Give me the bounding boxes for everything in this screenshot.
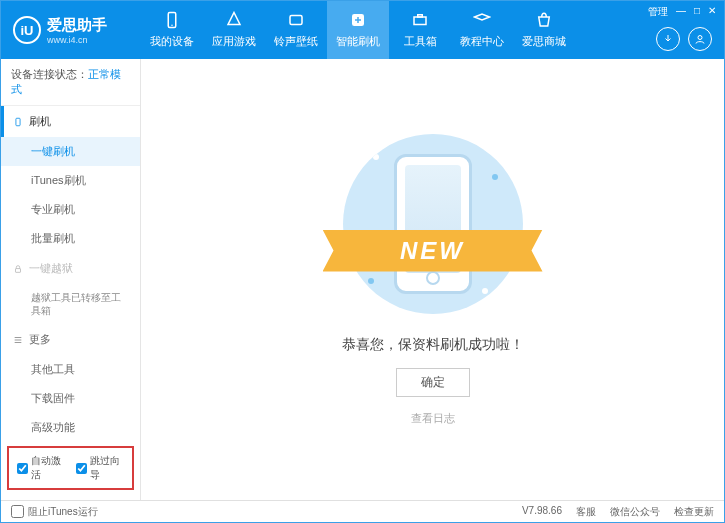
sidebar-item-pro-flash[interactable]: 专业刷机 bbox=[1, 195, 140, 224]
section-label: 更多 bbox=[29, 332, 51, 347]
nav-smart-flash[interactable]: 智能刷机 bbox=[327, 1, 389, 59]
svg-rect-8 bbox=[16, 268, 21, 272]
nav-label: 爱思商城 bbox=[522, 34, 566, 49]
sidebar-item-oneclick-flash[interactable]: 一键刷机 bbox=[1, 137, 140, 166]
lock-icon bbox=[13, 264, 23, 274]
sidebar-section-more[interactable]: 更多 bbox=[1, 324, 140, 355]
nav-store[interactable]: 爱思商城 bbox=[513, 1, 575, 59]
nav-my-device[interactable]: 我的设备 bbox=[141, 1, 203, 59]
sidebar-section-jailbreak: 一键越狱 bbox=[1, 253, 140, 284]
top-nav: 我的设备 应用游戏 铃声壁纸 智能刷机 工具箱 教程中心 爱思商城 bbox=[141, 1, 640, 59]
app-url: www.i4.cn bbox=[47, 35, 107, 45]
sidebar: 设备连接状态：正常模式 刷机 一键刷机 iTunes刷机 专业刷机 批量刷机 一… bbox=[1, 59, 141, 500]
nav-label: 教程中心 bbox=[460, 34, 504, 49]
status-label: 设备连接状态： bbox=[11, 68, 88, 80]
block-itunes-input[interactable] bbox=[11, 505, 24, 518]
success-message: 恭喜您，保资料刷机成功啦！ bbox=[342, 336, 524, 354]
sidebar-item-other-tools[interactable]: 其他工具 bbox=[1, 355, 140, 384]
connection-status: 设备连接状态：正常模式 bbox=[1, 59, 140, 106]
close-button[interactable]: ✕ bbox=[708, 5, 716, 16]
device-block[interactable]: iPhone 12 mini 64GB Down-12mini-13,1 bbox=[1, 492, 140, 500]
svg-point-6 bbox=[698, 36, 702, 40]
section-label: 一键越狱 bbox=[29, 261, 73, 276]
sidebar-item-batch-flash[interactable]: 批量刷机 bbox=[1, 224, 140, 253]
success-illustration bbox=[343, 134, 523, 314]
auto-activate-input[interactable] bbox=[17, 463, 28, 474]
options-highlight-box: 自动激活 跳过向导 bbox=[7, 446, 134, 490]
ok-button[interactable]: 确定 bbox=[396, 368, 470, 397]
footer-update[interactable]: 检查更新 bbox=[674, 505, 714, 519]
maximize-button[interactable]: □ bbox=[694, 5, 700, 16]
skip-guide-input[interactable] bbox=[76, 463, 87, 474]
sidebar-jailbreak-note: 越狱工具已转移至工具箱 bbox=[1, 284, 140, 324]
checkbox-label: 跳过向导 bbox=[90, 454, 125, 482]
nav-label: 应用游戏 bbox=[212, 34, 256, 49]
app-logo-icon: iU bbox=[13, 16, 41, 44]
svg-rect-5 bbox=[418, 15, 423, 17]
status-bar: 阻止iTunes运行 V7.98.66 客服 微信公众号 检查更新 bbox=[1, 500, 724, 522]
main-content: NEW 恭喜您，保资料刷机成功啦！ 确定 查看日志 bbox=[141, 59, 724, 500]
checkbox-auto-activate[interactable]: 自动激活 bbox=[17, 454, 66, 482]
section-label: 刷机 bbox=[29, 114, 51, 129]
nav-ringtones[interactable]: 铃声壁纸 bbox=[265, 1, 327, 59]
checkbox-label: 阻止iTunes运行 bbox=[28, 505, 98, 519]
device-icon bbox=[11, 498, 21, 500]
download-icon[interactable] bbox=[656, 27, 680, 51]
view-log-link[interactable]: 查看日志 bbox=[411, 411, 455, 426]
app-name: 爱思助手 bbox=[47, 16, 107, 35]
svg-rect-7 bbox=[16, 118, 20, 126]
checkbox-label: 自动激活 bbox=[31, 454, 66, 482]
svg-rect-4 bbox=[414, 17, 426, 25]
nav-label: 我的设备 bbox=[150, 34, 194, 49]
nav-toolbox[interactable]: 工具箱 bbox=[389, 1, 451, 59]
device-name: iPhone 12 mini bbox=[11, 498, 130, 500]
nav-label: 智能刷机 bbox=[336, 34, 380, 49]
user-icon[interactable] bbox=[688, 27, 712, 51]
sidebar-item-itunes-flash[interactable]: iTunes刷机 bbox=[1, 166, 140, 195]
phone-graphic bbox=[394, 154, 472, 294]
sidebar-item-advanced[interactable]: 高级功能 bbox=[1, 413, 140, 442]
svg-rect-2 bbox=[290, 16, 302, 25]
version-label: V7.98.66 bbox=[522, 505, 562, 519]
svg-point-1 bbox=[171, 25, 173, 27]
footer-wechat[interactable]: 微信公众号 bbox=[610, 505, 660, 519]
checkbox-skip-guide[interactable]: 跳过向导 bbox=[76, 454, 125, 482]
block-itunes-checkbox[interactable]: 阻止iTunes运行 bbox=[11, 505, 98, 519]
sidebar-item-download-firmware[interactable]: 下载固件 bbox=[1, 384, 140, 413]
phone-icon bbox=[13, 117, 23, 127]
logo-area: iU 爱思助手 www.i4.cn bbox=[1, 16, 141, 45]
nav-label: 工具箱 bbox=[404, 34, 437, 49]
nav-tutorials[interactable]: 教程中心 bbox=[451, 1, 513, 59]
footer-service[interactable]: 客服 bbox=[576, 505, 596, 519]
nav-apps-games[interactable]: 应用游戏 bbox=[203, 1, 265, 59]
new-ribbon: NEW bbox=[323, 230, 543, 272]
nav-label: 铃声壁纸 bbox=[274, 34, 318, 49]
window-controls: 管理 — □ ✕ bbox=[640, 1, 724, 23]
menu-button[interactable]: 管理 bbox=[648, 5, 668, 19]
sidebar-section-flash[interactable]: 刷机 bbox=[1, 106, 140, 137]
list-icon bbox=[13, 335, 23, 345]
title-bar: iU 爱思助手 www.i4.cn 我的设备 应用游戏 铃声壁纸 智能刷机 工具… bbox=[1, 1, 724, 59]
minimize-button[interactable]: — bbox=[676, 5, 686, 16]
